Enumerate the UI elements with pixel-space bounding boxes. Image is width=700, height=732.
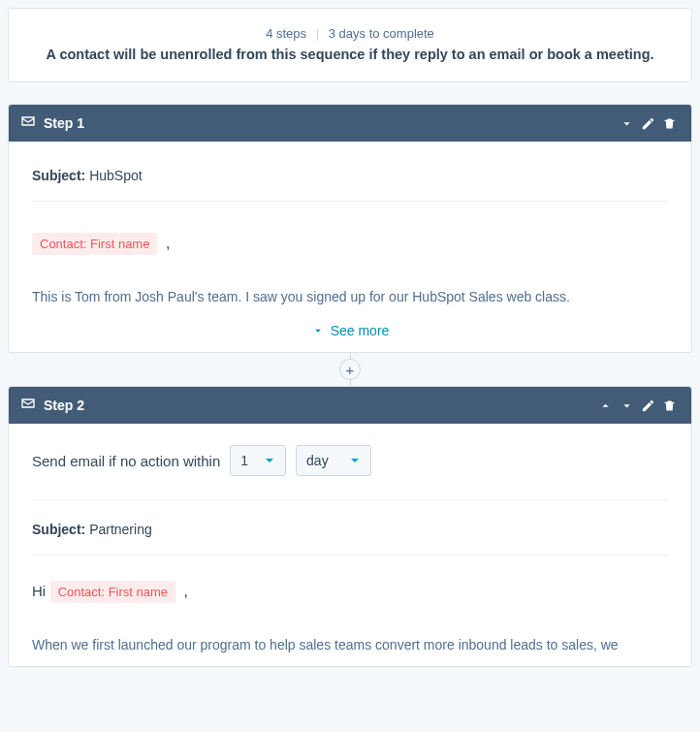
wait-unit-select[interactable]: day [296,445,371,476]
edit-icon[interactable] [637,112,658,134]
email-icon [20,113,36,133]
wait-condition-row: Send email if no action within 1 day [32,441,668,500]
wait-value-select[interactable]: 1 [230,445,286,476]
step-2-subject-row: Subject: Partnering [32,500,668,556]
delete-icon[interactable] [658,395,680,416]
email-icon [20,396,36,415]
sequence-summary: 4 steps | 3 days to complete A contact w… [8,8,692,82]
separator: | [316,26,319,41]
subject-label: Subject: [32,522,85,537]
step-1-header: Step 1 [9,105,691,142]
move-up-icon[interactable] [594,395,616,416]
step-1-subject-row: Subject: HubSpot [32,159,668,202]
add-step-button[interactable]: + [339,359,361,380]
duration: 3 days to complete [329,26,434,41]
steps-count: 4 steps [266,26,306,41]
step-2-header: Step 2 [9,387,691,424]
step-1-title: Step 1 [44,115,84,131]
delete-icon[interactable] [658,112,680,134]
step-2-title: Step 2 [44,398,84,413]
see-more-label: See more [331,323,390,338]
collapse-icon[interactable] [616,395,637,416]
comma: , [184,583,188,599]
subject-value: HubSpot [89,168,142,183]
step-2-card: Step 2 Send email if no action within 1 … [8,386,692,666]
contact-first-name-token[interactable]: Contact: First name [32,233,157,255]
wait-value: 1 [240,453,248,468]
collapse-icon[interactable] [616,112,637,134]
subject-label: Subject: [32,168,85,183]
chevron-down-icon [264,455,275,466]
step-1-card: Step 1 Subject: HubSpot Contact: First n… [8,104,692,353]
comma: , [166,235,170,251]
email-preview: When we first launched our program to he… [32,634,668,655]
chevron-down-icon [349,455,361,466]
contact-first-name-token[interactable]: Contact: First name [50,581,175,603]
greeting: Hi [32,583,46,599]
email-preview: This is Tom from Josh Paul's team. I saw… [32,286,668,307]
wait-unit: day [306,453,329,468]
see-more-button[interactable]: See more [32,307,668,342]
subject-value: Partnering [89,522,152,537]
step-connector: + [8,353,692,386]
chevron-down-icon [311,324,325,337]
edit-icon[interactable] [637,395,658,416]
wait-label: Send email if no action within [32,453,220,469]
unenroll-message: A contact will be unenrolled from this s… [24,47,676,62]
